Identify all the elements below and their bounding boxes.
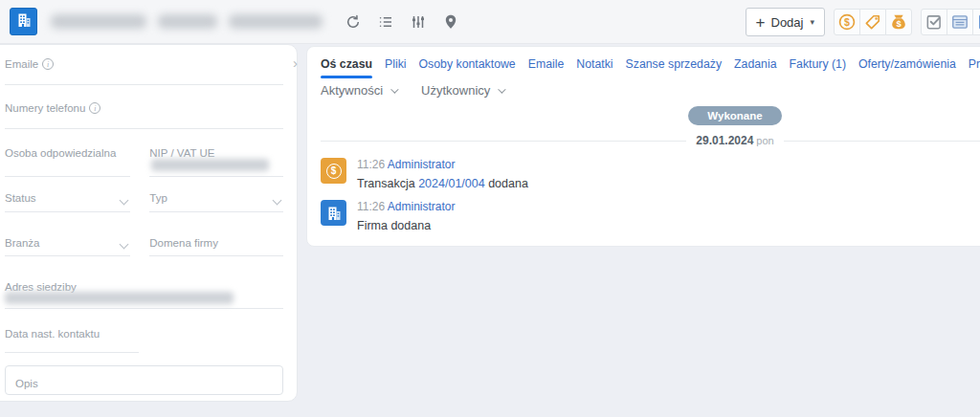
price-tag-icon <box>863 12 882 32</box>
entry-time: 11:26 <box>357 200 385 213</box>
field-industry-select[interactable]: Branża <box>5 233 130 256</box>
field-type-select[interactable]: Typ <box>149 188 283 212</box>
tab-notes[interactable]: Notatki <box>576 57 612 78</box>
transactions-button[interactable]: $ <box>834 9 860 35</box>
documents-button[interactable] <box>972 9 980 35</box>
tab-sales-opportunities[interactable]: Szanse sprzedaży <box>626 57 722 78</box>
status-badge[interactable]: Wykonane <box>688 106 781 125</box>
field-row: Osoba odpowiedzialna NIP / VAT UE <box>5 143 283 177</box>
activity-card: Oś czasu Pliki Osoby kontaktowe Emaile N… <box>306 46 980 247</box>
document-icon <box>976 12 980 32</box>
tab-bar: Oś czasu Pliki Osoby kontaktowe Emaile N… <box>321 47 980 78</box>
filter-settings-button[interactable] <box>409 12 428 32</box>
info-icon: i <box>42 58 54 70</box>
field-label: Numery telefonu i <box>5 102 100 114</box>
coin-icon: $ <box>837 12 857 32</box>
location-button[interactable] <box>441 12 460 32</box>
svg-text:$: $ <box>896 18 902 29</box>
field-label: Opis <box>15 378 38 389</box>
company-building-icon <box>321 200 346 226</box>
timeline-entries: $ 11:26 Administrator Transakcja 2024/01… <box>321 158 980 233</box>
refresh-icon <box>345 13 362 31</box>
chevron-down-icon <box>390 85 398 93</box>
timeline-group-row: Wykonane <box>321 106 980 125</box>
divider <box>784 141 980 142</box>
company-entity-button[interactable] <box>10 8 37 35</box>
list-view-button[interactable] <box>376 12 395 32</box>
transaction-link[interactable]: 2024/01/004 <box>418 177 485 190</box>
field-status-select[interactable]: Status <box>5 188 130 212</box>
tab-tasks[interactable]: Zadania <box>734 57 776 78</box>
field-phone-numbers[interactable]: Numery telefonu i <box>5 99 283 129</box>
field-address[interactable]: Adres siedziby <box>5 277 283 309</box>
company-details-panel: Emaile i Numery telefonu i Osoba odpowie… <box>0 44 298 402</box>
chevron-down-icon <box>273 196 282 206</box>
add-button-label: Dodaj <box>771 15 804 30</box>
activities-filter-dropdown[interactable]: Aktywności <box>321 83 396 98</box>
tab-offers-orders[interactable]: Oferty/zamówienia <box>858 57 956 78</box>
chevron-down-icon <box>119 240 128 250</box>
entry-body: 11:26 Administrator Firma dodana <box>357 200 456 233</box>
field-label: Data nast. kontaktu <box>5 328 100 340</box>
window-card-icon <box>950 12 969 32</box>
field-label: Domena firmy <box>149 237 218 249</box>
tab-emails[interactable]: Emaile <box>528 57 565 78</box>
refresh-button[interactable] <box>344 12 363 32</box>
chevron-down-icon <box>498 85 505 93</box>
field-label: Status <box>5 192 36 204</box>
field-responsible-person[interactable]: Osoba odpowiedzialna <box>5 143 130 177</box>
money-bag-icon: $ <box>889 12 908 32</box>
chevron-down-icon <box>119 196 128 206</box>
tab-reminders[interactable]: Przypomnienia <box>969 57 980 78</box>
filter-label: Aktywności <box>321 83 383 98</box>
svg-text:$: $ <box>844 16 850 28</box>
field-label: Branża <box>5 237 39 249</box>
timeline-entry-transaction: $ 11:26 Administrator Transakcja 2024/01… <box>321 158 980 191</box>
panel-collapse-handle[interactable]: › <box>293 55 298 70</box>
tab-timeline[interactable]: Oś czasu <box>321 57 372 78</box>
location-pin-icon <box>442 13 459 31</box>
plus-icon: + <box>756 14 766 31</box>
tab-invoices[interactable]: Faktury (1) <box>790 57 846 78</box>
timeline-weekday: pon <box>756 135 773 146</box>
users-filter-dropdown[interactable]: Użytkownicy <box>421 83 503 98</box>
field-label: Osoba odpowiedzialna <box>5 147 116 159</box>
tab-contacts[interactable]: Osoby kontaktowe <box>419 57 516 78</box>
redacted-text-segment <box>51 14 146 29</box>
field-row: Status Typ <box>5 188 283 212</box>
list-icon <box>377 13 394 31</box>
add-button[interactable]: + Dodaj ▾ <box>746 8 825 36</box>
card-view-button[interactable] <box>947 9 973 35</box>
task-check-icon <box>924 12 944 32</box>
redacted-value <box>5 292 234 304</box>
tasks-button[interactable] <box>921 9 947 35</box>
caret-down-icon: ▾ <box>810 17 814 27</box>
transaction-coin-icon: $ <box>321 158 346 184</box>
field-next-contact-date[interactable]: Data nast. kontaktu <box>5 324 139 353</box>
budget-button[interactable]: $ <box>885 9 912 35</box>
finance-quick-actions: $ $ <box>834 9 912 35</box>
entry-body: 11:26 Administrator Transakcja 2024/01/0… <box>357 158 528 191</box>
tab-files[interactable]: Pliki <box>385 57 407 78</box>
field-label: Typ <box>149 192 167 204</box>
entry-user-link[interactable]: Administrator <box>388 200 456 213</box>
record-tools <box>344 12 460 32</box>
entry-time: 11:26 <box>357 158 385 171</box>
field-label: NIP / VAT UE <box>149 147 214 159</box>
info-icon: i <box>89 102 100 114</box>
redacted-value <box>151 159 269 171</box>
field-description-textarea[interactable]: Opis <box>5 365 283 395</box>
divider <box>321 141 686 142</box>
field-company-domain[interactable]: Domena firmy <box>149 233 283 256</box>
company-name-field-redacted[interactable] <box>51 14 328 29</box>
entry-user-link[interactable]: Administrator <box>388 158 456 171</box>
filter-label: Użytkownicy <box>421 83 490 98</box>
timeline-date: 29.01.2024pon <box>696 134 773 147</box>
top-toolbar: + Dodaj ▾ $ $ <box>0 0 980 44</box>
price-tags-button[interactable] <box>859 9 886 35</box>
field-emails[interactable]: Emaile i <box>5 55 283 85</box>
field-nip-vat[interactable]: NIP / VAT UE <box>149 143 283 177</box>
timeline-entry-company-added: 11:26 Administrator Firma dodana <box>321 200 980 233</box>
timeline-filters: Aktywności Użytkownicy <box>321 83 980 98</box>
entry-text: Firma dodana <box>357 219 456 233</box>
